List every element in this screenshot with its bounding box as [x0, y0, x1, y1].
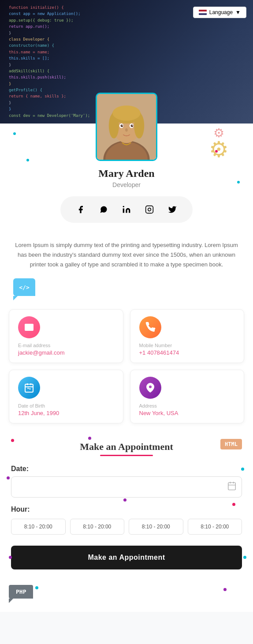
title-underline [100, 455, 153, 456]
hour-slot-2[interactable]: 8:10 - 20:00 [70, 519, 125, 535]
decor-dot [13, 132, 16, 135]
linkedin-icon[interactable] [119, 202, 134, 217]
bio-text: Lorem Ipsum is simply dummy text of the … [13, 240, 240, 270]
social-bar [60, 196, 193, 223]
hour-label: Hour: [11, 505, 242, 513]
profile-photo-wrapper [96, 93, 157, 161]
hour-slots: 8:10 - 20:00 8:10 - 20:00 8:10 - 20:00 8… [11, 519, 242, 535]
decor-dot [241, 468, 244, 471]
date-label: Date: [11, 465, 242, 473]
email-card: E-mail address jackie@gmail.com [9, 309, 123, 363]
phone-label: Mobile Number [139, 343, 238, 348]
svg-point-12 [131, 124, 134, 127]
phone-icon [139, 316, 161, 338]
dob-label: Date of Birth [18, 403, 116, 408]
profile-section: ⚙ ⚙ [0, 124, 253, 232]
decor-dot [35, 586, 38, 589]
svg-point-11 [121, 124, 123, 127]
facebook-icon[interactable] [74, 202, 88, 217]
dropdown-arrow-icon: ▼ [235, 9, 241, 15]
phone-card: Mobile Number +1 4078461474 [130, 309, 245, 363]
svg-point-8 [112, 105, 140, 120]
address-value: New York, USA [139, 410, 238, 416]
twitter-icon[interactable] [165, 202, 179, 217]
hour-slot-3[interactable]: 8:10 - 20:00 [129, 519, 183, 535]
decor-dot [123, 498, 126, 502]
date-input[interactable] [11, 476, 242, 498]
gear-large-icon: ⚙ [209, 137, 229, 162]
email-label: E-mail address [18, 343, 116, 348]
php-badge: PHP [9, 585, 33, 599]
decor-dot [243, 556, 246, 559]
hour-slot-4[interactable]: 8:10 - 20:00 [188, 519, 242, 535]
email-icon [18, 316, 40, 338]
make-appointment-button[interactable]: Make an Appointment [11, 546, 242, 569]
appointment-section: Make an Appointment HTML Date: Hour: 8:1… [0, 432, 253, 583]
svg-rect-16 [123, 209, 124, 213]
profile-name: Mary Arden [98, 168, 154, 180]
language-label: Language [209, 9, 233, 15]
phone-value: +1 4078461474 [139, 349, 238, 356]
decor-dot [26, 159, 29, 161]
code-tag-icon: </> [13, 278, 35, 296]
profile-photo [97, 94, 156, 160]
contact-section: E-mail address jackie@gmail.com Mobile N… [0, 305, 253, 432]
location-icon [139, 377, 161, 399]
decor-dot [237, 181, 240, 183]
dob-value: 12th June, 1990 [18, 410, 116, 416]
html-badge: HTML [220, 439, 242, 449]
svg-point-13 [122, 125, 123, 126]
flag-icon [199, 10, 207, 15]
decor-dot [88, 437, 91, 440]
svg-point-14 [132, 125, 133, 126]
svg-rect-18 [146, 206, 153, 213]
address-label: Address [139, 403, 238, 408]
decor-dot [223, 588, 227, 591]
profile-title: Developer [112, 181, 141, 188]
svg-point-24 [149, 386, 152, 388]
language-button[interactable]: Language ▼ [193, 7, 246, 18]
instagram-icon[interactable] [142, 202, 156, 217]
calendar-icon [227, 481, 237, 493]
svg-point-17 [123, 206, 124, 207]
svg-rect-25 [228, 483, 236, 490]
whatsapp-icon[interactable] [97, 202, 111, 217]
birthday-icon [18, 377, 40, 399]
dob-card: Date of Birth 12th June, 1990 [9, 370, 123, 423]
email-value: jackie@gmail.com [18, 349, 116, 356]
section-title: Make an Appointment [80, 441, 173, 453]
bio-section: Lorem Ipsum is simply dummy text of the … [0, 232, 253, 278]
hour-slot-1[interactable]: 8:10 - 20:00 [11, 519, 66, 535]
decor-dot [7, 476, 10, 479]
svg-point-15 [125, 128, 128, 132]
address-card: Address New York, USA [130, 370, 245, 423]
contact-grid: E-mail address jackie@gmail.com Mobile N… [9, 309, 244, 423]
section-title-wrapper: Make an Appointment HTML [11, 441, 242, 453]
date-input-wrapper [11, 476, 242, 498]
